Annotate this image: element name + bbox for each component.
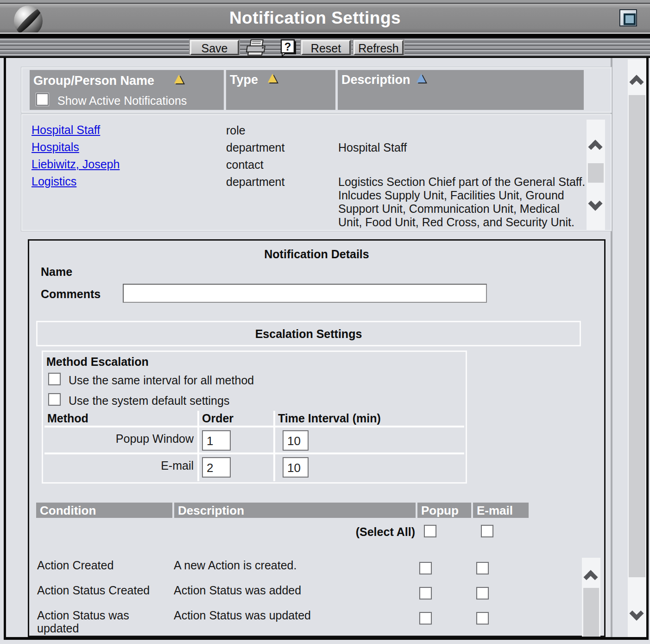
notification-settings-window: { "window": { "title": "Notification Set… (0, 0, 650, 644)
toolbar-separator (0, 56, 650, 58)
method-cell: Popup Window (44, 427, 197, 453)
interval-header-label: Time Interval (min) (278, 412, 381, 425)
group-description: Logistics Section Chief part of the Gene… (338, 175, 586, 229)
group-type: department (226, 141, 284, 154)
condition-column-header[interactable]: Condition (36, 503, 172, 518)
interval-input[interactable] (283, 430, 309, 451)
order-input[interactable] (202, 457, 231, 478)
select-all-email-checkbox[interactable] (481, 525, 493, 537)
maximize-icon (624, 13, 636, 25)
select-all-popup-checkbox[interactable] (424, 525, 436, 537)
scrollbar-thumb[interactable] (629, 95, 645, 577)
popup-checkbox[interactable] (419, 562, 432, 574)
order-header-cell: Order (199, 411, 273, 426)
group-person-name-header-label: Group/Person Name (33, 74, 154, 88)
sort-asc-icon[interactable] (417, 74, 426, 83)
comments-label: Comments (41, 287, 101, 301)
column-header-description[interactable]: Description (338, 70, 584, 110)
method-escalation-label: Method Escalation (46, 355, 149, 369)
scrollbar-thumb[interactable] (583, 588, 599, 637)
condition-description: Action Status was updated (174, 609, 415, 622)
method-name: Popup Window (116, 432, 194, 446)
select-all-label: (Select All) (278, 525, 415, 539)
order-cell (199, 454, 273, 481)
group-description: Hospital Staff (338, 141, 407, 154)
window-title: Notification Settings (0, 4, 630, 32)
system-default-label: Use the system default settings (69, 394, 229, 408)
help-icon[interactable]: ? (279, 39, 299, 57)
maximize-button[interactable] (619, 9, 637, 26)
column-header-group-person-name[interactable]: Group/Person Name Show Active Notificati… (30, 70, 224, 110)
save-button[interactable]: Save (190, 40, 239, 55)
method-header-label: Method (47, 412, 88, 425)
interval-input[interactable] (283, 457, 309, 478)
order-header-label: Order (202, 412, 233, 425)
content-bottom-border (4, 637, 649, 640)
interval-cell (275, 454, 464, 481)
method-table: Method Order Time Interval (min) Popup W… (44, 411, 464, 481)
popup-checkbox[interactable] (419, 612, 432, 625)
condition-name: Action Created (37, 559, 169, 572)
print-icon[interactable] (244, 39, 270, 57)
same-interval-label: Use the same interval for all method (69, 374, 254, 387)
popup-checkbox[interactable] (419, 587, 432, 599)
type-header-label: Type (230, 73, 258, 87)
svg-text:?: ? (284, 40, 291, 53)
comments-input[interactable] (123, 284, 487, 303)
order-input[interactable] (202, 430, 231, 451)
group-link[interactable]: Liebiwitz, Joseph (32, 158, 120, 171)
sort-asc-icon[interactable] (268, 74, 277, 83)
reset-button[interactable]: Reset (301, 40, 351, 55)
group-type: contact (226, 158, 264, 172)
sort-asc-icon[interactable] (174, 75, 183, 83)
method-name: E-mail (161, 459, 194, 472)
condition-name: Action Status was updated (37, 609, 153, 635)
column-header-type[interactable]: Type (226, 70, 335, 110)
method-cell: E-mail (44, 454, 197, 481)
popup-column-header[interactable]: Popup (417, 503, 471, 518)
group-link[interactable]: Hospitals (32, 140, 79, 154)
description-header-label: Description (341, 73, 410, 87)
group-link[interactable]: Logistics (32, 175, 76, 188)
escalation-settings-title: Escalation Settings (36, 327, 581, 341)
group-link[interactable]: Hospital Staff (32, 123, 100, 137)
interval-cell (275, 427, 464, 453)
show-active-notifications-label: Show Active Notifications (57, 94, 187, 108)
email-column-header[interactable]: E-mail (473, 503, 529, 518)
notification-details-title: Notification Details (28, 248, 606, 261)
same-interval-checkbox[interactable] (48, 373, 61, 385)
condition-description: A new Action is created. (174, 559, 415, 572)
window-right-border (646, 58, 649, 640)
titlebar-separator (0, 34, 650, 38)
system-default-checkbox[interactable] (48, 393, 61, 406)
scrollbar-thumb[interactable] (588, 163, 604, 183)
group-type: department (226, 175, 284, 189)
order-cell (199, 427, 273, 453)
email-checkbox[interactable] (476, 612, 489, 625)
content-left-border (4, 58, 6, 639)
refresh-button[interactable]: Refresh (353, 40, 404, 55)
condition-description: Action Status was added (174, 584, 415, 597)
description-column-header[interactable]: Description (174, 503, 416, 518)
method-header-cell: Method (44, 411, 197, 426)
condition-name: Action Status Created (37, 584, 169, 597)
email-checkbox[interactable] (476, 562, 489, 574)
window-top-edge (0, 0, 650, 4)
email-checkbox[interactable] (476, 587, 489, 599)
interval-header-cell: Time Interval (min) (275, 411, 464, 426)
name-label: Name (41, 265, 72, 279)
group-type: role (226, 124, 246, 137)
show-active-notifications-checkbox[interactable] (36, 93, 49, 106)
